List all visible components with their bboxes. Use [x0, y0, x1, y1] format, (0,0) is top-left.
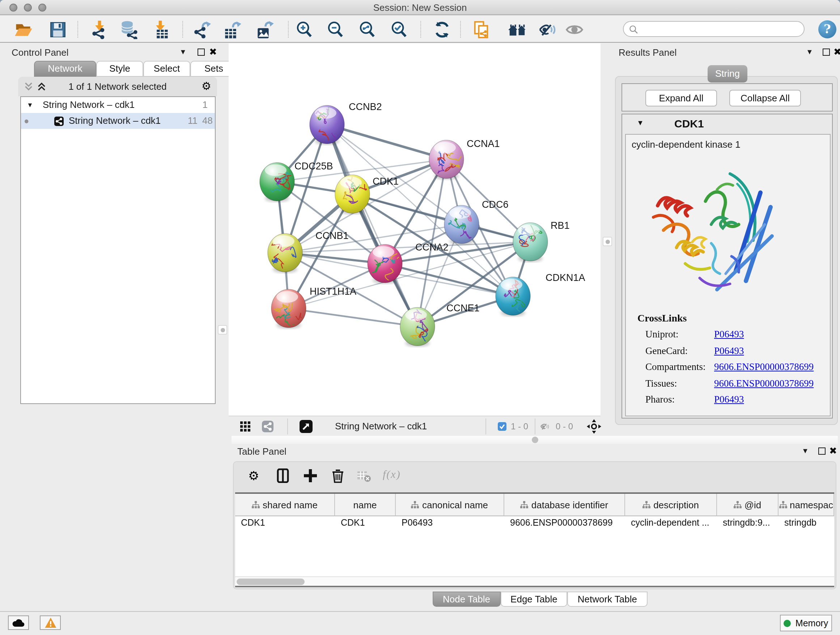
float-panel-icon[interactable]	[197, 49, 205, 56]
search-input[interactable]	[623, 21, 805, 37]
column-header-name[interactable]: name	[335, 494, 396, 516]
network-node-ccna1[interactable]	[429, 140, 464, 180]
float-menu-icon[interactable]: ▼	[802, 447, 809, 455]
memory-button[interactable]: Memory	[780, 615, 832, 631]
home-icon[interactable]	[508, 20, 527, 39]
left-splitter-handle[interactable]	[218, 325, 227, 334]
close-panel-icon[interactable]: ✖	[829, 445, 837, 456]
column-header-canonical-name[interactable]: canonical name	[396, 494, 504, 516]
import-database-icon[interactable]	[119, 20, 138, 39]
network-node-cdc25b[interactable]	[260, 163, 294, 202]
help-button[interactable]: ?	[818, 20, 836, 38]
splitter-handle-icon[interactable]	[532, 437, 538, 443]
network-collection-row[interactable]: ▼ String Network – cdk1 1	[21, 97, 215, 113]
automation-status-button[interactable]	[8, 616, 29, 630]
network-node-cdk1[interactable]	[335, 168, 371, 214]
tab-network[interactable]: Network	[34, 61, 96, 77]
delete-column-icon[interactable]	[331, 469, 345, 483]
crosslink-value[interactable]: P06493	[714, 329, 744, 340]
gene-section-header[interactable]: ▼ CDK1	[622, 114, 832, 133]
close-panel-icon[interactable]: ✖	[834, 46, 840, 57]
table-gear-icon[interactable]: ⚙	[248, 469, 263, 483]
zoom-in-icon[interactable]	[295, 20, 314, 39]
import-table-icon[interactable]	[150, 20, 169, 39]
add-column-icon[interactable]	[303, 469, 317, 483]
table-cell[interactable]: stringdb	[778, 516, 834, 529]
network-node-cdc6[interactable]	[444, 205, 479, 245]
string-style-icon[interactable]	[262, 421, 273, 432]
table-scrollbar[interactable]	[235, 576, 834, 586]
network-node-cdkn1a[interactable]	[496, 277, 531, 317]
column-header-namespac[interactable]: namespac	[778, 494, 834, 516]
refresh-icon[interactable]	[433, 20, 452, 39]
column-header-shared-name[interactable]: shared name	[235, 494, 335, 516]
copy-icon[interactable]	[472, 20, 491, 39]
network-node-hist1h1a[interactable]	[271, 289, 306, 329]
expand-all-button[interactable]: Expand All	[645, 90, 717, 106]
table-cell[interactable]: CDK1	[335, 516, 396, 529]
tab-network-table[interactable]: Network Table	[568, 592, 647, 607]
right-splitter-handle[interactable]	[603, 237, 612, 246]
toolbar-separator	[77, 21, 78, 38]
crosslink-value[interactable]: 9606.ENSP00000378699	[714, 378, 813, 389]
tab-style[interactable]: Style	[96, 61, 143, 77]
close-window-button[interactable]	[9, 4, 17, 11]
gear-icon[interactable]: ⚙	[202, 77, 211, 96]
hide-panel-icon[interactable]	[538, 20, 557, 39]
export-image-icon[interactable]	[256, 20, 275, 39]
crosslink-value[interactable]: 9606.ENSP00000378699	[714, 361, 813, 373]
toolbar-separator	[460, 21, 461, 38]
column-header--id[interactable]: @id	[717, 494, 778, 516]
network-node-ccnb2[interactable]	[308, 103, 344, 145]
network-node-ccne1[interactable]	[400, 307, 435, 347]
selected-checkbox-icon[interactable]	[498, 422, 507, 431]
zoom-selected-icon[interactable]	[390, 20, 409, 39]
zoom-window-button[interactable]	[38, 4, 46, 11]
table-cell[interactable]: P06493	[396, 516, 504, 529]
column-header-description[interactable]: description	[625, 494, 717, 516]
collapse-section-icon[interactable]: ▼	[637, 119, 644, 127]
zoom-out-icon[interactable]	[326, 20, 345, 39]
close-panel-icon[interactable]: ✖	[209, 46, 217, 57]
network-edge[interactable]	[289, 309, 417, 326]
show-columns-icon[interactable]	[276, 469, 290, 483]
gene-details: cyclin-dependent kinase 1	[625, 134, 831, 416]
warnings-button[interactable]	[40, 616, 61, 630]
horizontal-splitter[interactable]	[232, 436, 838, 444]
crosslink-value[interactable]: P06493	[714, 394, 744, 405]
network-node-rb1[interactable]	[513, 223, 548, 262]
float-panel-icon[interactable]	[818, 448, 826, 455]
table-cell[interactable]: 9606.ENSP00000378699	[504, 516, 625, 529]
table-cell[interactable]: cyclin-dependent ...	[625, 516, 717, 529]
network-node-ccnb1[interactable]	[264, 233, 302, 273]
export-table-icon[interactable]	[224, 20, 242, 39]
table-cell[interactable]: stringdb:9...	[717, 516, 778, 529]
column-header-database-identifier[interactable]: database identifier	[504, 494, 625, 516]
scrollbar-thumb[interactable]	[237, 578, 305, 585]
collapse-all-button[interactable]: Collapse All	[729, 90, 801, 106]
export-network-icon[interactable]	[193, 20, 211, 39]
tab-edge-table[interactable]: Edge Table	[500, 592, 568, 607]
save-icon[interactable]	[49, 20, 67, 39]
show-panel-icon[interactable]	[565, 20, 584, 39]
network-view[interactable]: CCNB2CCNA1CDC25BCDK1CDC6RB1CCNB1CCNA2CDK…	[229, 43, 600, 416]
float-menu-icon[interactable]: ▼	[180, 48, 187, 56]
fit-content-icon[interactable]	[587, 419, 601, 434]
hidden-eye-icon	[540, 421, 551, 432]
network-row[interactable]: ● String Network – cdk1 11 48	[21, 113, 215, 129]
table-cell[interactable]: CDK1	[235, 516, 335, 529]
tab-node-table[interactable]: Node Table	[433, 592, 500, 607]
birdseye-icon[interactable]	[240, 421, 250, 432]
import-network-icon[interactable]	[90, 20, 109, 39]
collapse-tree-icon[interactable]: ▼	[27, 97, 33, 113]
network-edge[interactable]	[327, 125, 447, 159]
tab-string[interactable]: String	[707, 65, 747, 82]
float-panel-icon[interactable]	[823, 49, 830, 56]
minimize-window-button[interactable]	[24, 4, 32, 11]
tab-select[interactable]: Select	[143, 61, 190, 77]
open-file-icon[interactable]	[14, 20, 33, 39]
open-in-window-icon[interactable]	[300, 420, 313, 433]
crosslink-value[interactable]: P06493	[714, 345, 744, 356]
zoom-fit-icon[interactable]	[358, 20, 377, 39]
float-menu-icon[interactable]: ▼	[806, 48, 813, 56]
